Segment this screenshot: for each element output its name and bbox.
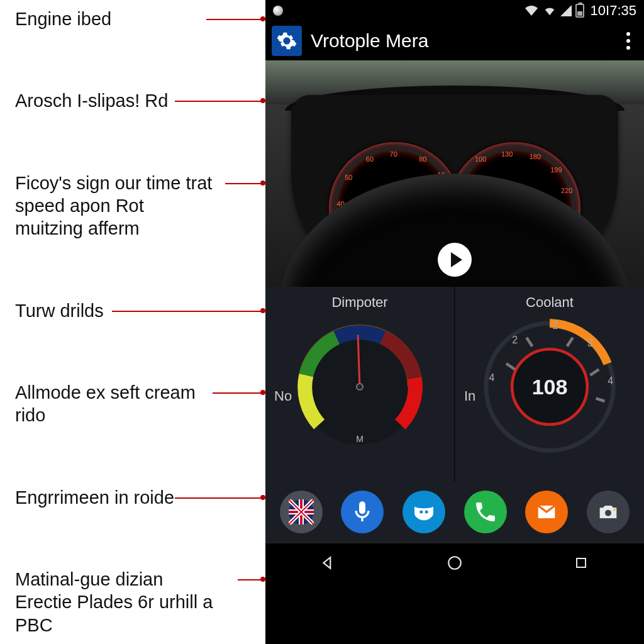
gauge-title: Coolant [526, 294, 574, 311]
coolant-value: 108 [532, 375, 568, 399]
callout-1: Engine ibed [15, 8, 260, 30]
tick-label: 80 [419, 155, 426, 163]
wifi-icon [524, 4, 539, 17]
status-time: 10I7:35 [591, 3, 636, 19]
tick-label: 3 [587, 338, 593, 349]
mic-icon[interactable] [341, 491, 384, 533]
gauges-row: Dimpoter No M [265, 287, 644, 482]
app-settings-icon[interactable] [272, 26, 302, 56]
tick-label: 2 [553, 320, 558, 331]
tick-label: 60 [366, 155, 374, 163]
wifi-icon-2 [543, 4, 557, 17]
status-bar: 10I7:35 [265, 0, 644, 21]
callout-text: Arosch I-slipas! Rd [15, 91, 168, 111]
svg-line-3 [506, 364, 515, 369]
gauge-card-coolant[interactable]: Coolant In [455, 287, 644, 482]
gauge-unit-label: M [356, 434, 364, 444]
svg-line-6 [590, 369, 599, 375]
play-button[interactable] [438, 243, 472, 277]
svg-point-18 [613, 509, 615, 511]
back-icon [320, 555, 336, 571]
tick-label: 4 [608, 375, 613, 387]
overflow-menu-button[interactable] [619, 32, 638, 50]
gauge-card-dimpoter[interactable]: Dimpoter No M [265, 287, 455, 482]
nav-back-button[interactable] [316, 550, 341, 575]
gauge-title: Dimpoter [331, 294, 387, 311]
callout-7: Matinal-gue dizian Erectie Plades 6r urh… [15, 568, 260, 636]
svg-line-7 [596, 398, 605, 401]
android-nav-bar [265, 542, 644, 582]
tick-label: 180 [530, 153, 541, 160]
dimpoter-dial: M [287, 314, 432, 459]
svg-rect-20 [577, 558, 586, 567]
svg-point-17 [605, 510, 611, 516]
nav-home-button[interactable] [442, 550, 467, 575]
camera-icon[interactable] [587, 491, 630, 533]
callout-text: Engrrimeen in roide [15, 487, 174, 508]
callouts-column: Engine ibed Arosch I-slipas! Rd Ficoy's … [0, 0, 265, 644]
mask-icon[interactable] [402, 491, 445, 533]
gear-icon [276, 30, 297, 52]
signal-icon [560, 5, 572, 16]
callout-text: Matinal-gue dizian Erectie Plades 6r urh… [15, 569, 213, 635]
callout-6: Engrrimeen in roide [15, 486, 260, 509]
svg-line-5 [567, 338, 573, 347]
callout-2: Arosch I-slipas! Rd [15, 89, 260, 112]
tick-label: 2 [512, 335, 518, 346]
callout-text: Engine ibed [15, 9, 111, 29]
tick-label: 130 [501, 150, 513, 158]
tick-label: 220 [561, 187, 572, 194]
flag-uk-icon[interactable] [280, 491, 323, 533]
tick-label: 4 [489, 372, 494, 384]
nav-recent-button[interactable] [569, 550, 594, 575]
callout-4: Turw drilds [15, 299, 260, 322]
app-bar: Vrotople Mera [265, 21, 644, 60]
tick-label: 50 [345, 174, 352, 181]
hero-dashboard: 40 50 60 70 80 10 20 :53 100 130 180 19 [265, 60, 644, 287]
callout-text: Ficoy's sign our time trat speed apon Ro… [15, 173, 212, 239]
svg-line-4 [526, 338, 532, 347]
coolant-dial: 2 2 3 4 4 108 [477, 314, 622, 459]
play-icon [451, 252, 462, 267]
battery-icon [575, 4, 584, 18]
callout-text: Turw drilds [15, 301, 104, 321]
tick-label: 70 [390, 150, 397, 158]
bottom-icon-row [265, 482, 644, 542]
phone-frame: 10I7:35 Vrotople Mera 40 50 60 70 [265, 0, 644, 644]
app-title: Vrotople Mera [311, 30, 610, 52]
callout-3: Ficoy's sign our time trat speed apon Ro… [15, 172, 260, 240]
callout-text: Allmode ex seft cream rido [15, 382, 196, 425]
phone-icon[interactable] [464, 491, 507, 533]
gauge-side-label: In [464, 388, 475, 404]
tick-label: 100 [475, 155, 486, 163]
recent-icon [574, 555, 589, 570]
mail-icon[interactable] [525, 491, 568, 533]
tick-label: 199 [550, 166, 562, 174]
status-orb-icon [273, 6, 283, 16]
home-icon [447, 555, 463, 571]
svg-point-19 [448, 557, 461, 569]
callout-5: Allmode ex seft cream rido [15, 381, 260, 427]
